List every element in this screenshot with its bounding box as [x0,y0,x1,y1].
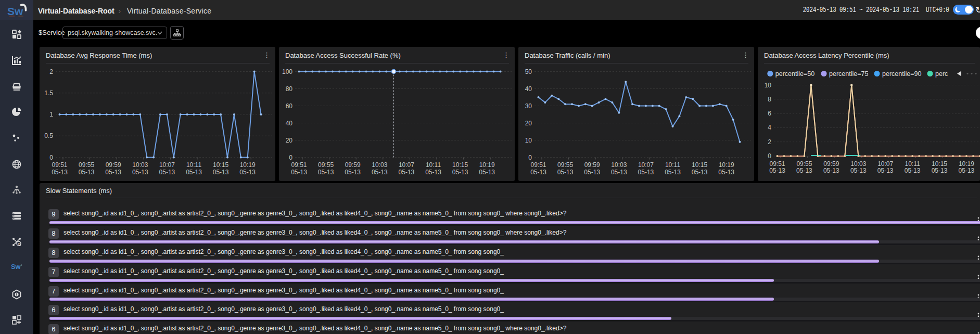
svg-text:6: 6 [768,110,771,117]
svg-text:05-13: 05-13 [877,167,894,174]
svg-text:05-13: 05-13 [932,167,948,174]
svg-text:05-13: 05-13 [186,169,202,176]
svg-text:05-13: 05-13 [850,167,867,174]
svg-text:10: 10 [765,82,772,89]
svg-text:05-13: 05-13 [479,169,495,176]
svg-text:05-13: 05-13 [611,169,627,176]
svg-text:10:07: 10:07 [877,160,893,168]
svg-text:05-13: 05-13 [718,169,734,176]
svg-text:05-13: 05-13 [291,169,307,176]
svg-text:60: 60 [286,102,293,110]
svg-text:05-13: 05-13 [905,167,921,174]
svg-text:09:51: 09:51 [291,161,307,169]
svg-text:09:51: 09:51 [769,160,785,168]
svg-text:09:51: 09:51 [530,161,546,169]
svg-text:10: 10 [525,137,532,144]
svg-text:05-13: 05-13 [769,167,785,174]
svg-text:perc: perc [935,70,948,78]
svg-text:10:07: 10:07 [159,161,175,169]
svg-text:20: 20 [525,120,532,127]
svg-text:percentile=50: percentile=50 [775,70,814,78]
svg-text:10:19: 10:19 [959,160,974,168]
svg-text:10:03: 10:03 [611,161,627,169]
svg-text:05-13: 05-13 [345,169,361,176]
svg-text:10:19: 10:19 [479,161,495,169]
svg-text:05-13: 05-13 [372,169,388,176]
svg-text:0: 0 [768,152,771,160]
svg-text:percentile=75: percentile=75 [829,70,868,78]
svg-text:05-13: 05-13 [530,169,546,176]
svg-text:09:59: 09:59 [106,161,121,169]
svg-text:09:59: 09:59 [345,161,361,169]
svg-text:09:59: 09:59 [584,161,600,169]
svg-text:10:15: 10:15 [452,161,468,169]
svg-text:e: e [18,242,20,246]
svg-text:4: 4 [768,124,771,131]
svg-text:10:19: 10:19 [240,161,256,169]
svg-text:05-13: 05-13 [105,169,121,176]
svg-text:09:55: 09:55 [557,161,573,169]
svg-text:80: 80 [286,85,293,93]
svg-text:percentile=90: percentile=90 [882,70,921,78]
svg-text:05-13: 05-13 [692,169,708,176]
svg-text:30: 30 [525,102,532,110]
svg-text:09:59: 09:59 [823,160,839,168]
svg-text:05-13: 05-13 [823,167,839,174]
svg-text:0: 0 [49,154,53,161]
svg-text:05-13: 05-13 [638,169,654,176]
svg-text:40: 40 [525,85,532,93]
svg-text:10:15: 10:15 [932,160,947,168]
svg-text:10:15: 10:15 [692,161,707,169]
svg-text:09:51: 09:51 [52,161,67,169]
svg-text:09:55: 09:55 [796,160,812,168]
svg-text:10:15: 10:15 [213,161,228,169]
svg-text:0.5: 0.5 [44,132,53,139]
svg-text:10:19: 10:19 [719,161,734,169]
svg-text:10:11: 10:11 [665,161,680,169]
svg-text:40: 40 [286,120,293,127]
svg-text:05-13: 05-13 [239,169,256,176]
svg-text:10:11: 10:11 [905,160,920,168]
svg-text:20: 20 [286,137,293,144]
svg-text:10:11: 10:11 [186,161,201,169]
svg-text:05-13: 05-13 [79,169,95,176]
svg-text:05-13: 05-13 [159,169,175,176]
svg-text:05-13: 05-13 [399,169,415,176]
svg-text:10:03: 10:03 [132,161,148,169]
svg-text:10:03: 10:03 [850,160,866,168]
svg-text:05-13: 05-13 [425,169,441,176]
svg-text:05-13: 05-13 [452,169,468,176]
svg-text:2: 2 [768,138,771,146]
svg-text:10:03: 10:03 [372,161,387,169]
svg-text:05-13: 05-13 [213,169,229,176]
svg-text:8: 8 [768,96,771,103]
svg-text:05-13: 05-13 [557,169,574,176]
svg-text:10:07: 10:07 [638,161,654,169]
svg-text:09:55: 09:55 [318,161,334,169]
svg-text:0: 0 [528,154,532,161]
svg-text:05-13: 05-13 [584,169,600,176]
svg-text:1: 1 [49,111,53,118]
svg-text:0: 0 [289,154,292,161]
svg-text:50: 50 [525,68,532,75]
svg-text:100: 100 [282,68,292,75]
svg-text:05-13: 05-13 [52,169,68,176]
svg-text:10:11: 10:11 [426,161,441,169]
svg-text:2: 2 [49,68,53,75]
svg-text:05-13: 05-13 [959,167,975,174]
svg-text:1.5: 1.5 [44,89,53,97]
svg-text:05-13: 05-13 [665,169,681,176]
svg-text:05-13: 05-13 [318,169,334,176]
svg-text:10:07: 10:07 [399,161,414,169]
svg-text:05-13: 05-13 [132,169,148,176]
svg-text:09:55: 09:55 [79,161,94,169]
svg-text:05-13: 05-13 [796,167,812,174]
